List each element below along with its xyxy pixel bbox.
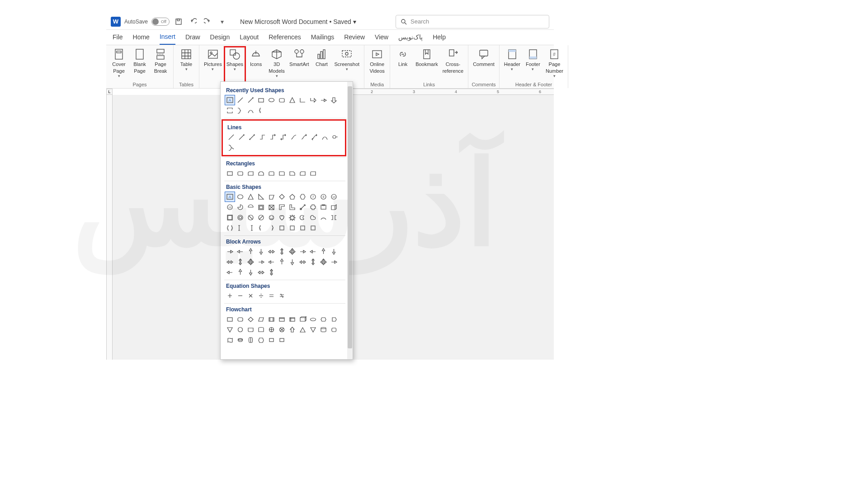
tab-پاک‌نویس[interactable]: پاک‌نویس (398, 33, 423, 44)
shape-recent-0[interactable]: A (225, 95, 235, 105)
shape-arrows-23[interactable] (236, 267, 245, 277)
shape-basic-14[interactable] (256, 202, 266, 212)
shape-arrows-1[interactable] (236, 247, 245, 256)
shape-flowchart-6[interactable] (288, 314, 297, 324)
shape-flowchart-9[interactable] (319, 314, 328, 324)
shape-rectangles-5[interactable] (277, 169, 287, 178)
blank-page-button[interactable]: BlankPage (130, 47, 150, 81)
shape-flowchart-20[interactable] (319, 325, 328, 334)
shape-flowchart-24[interactable] (246, 335, 255, 345)
shape-arrows-10[interactable] (329, 247, 339, 256)
shape-flowchart-23[interactable] (236, 335, 245, 345)
shape-recent-3[interactable] (256, 95, 266, 105)
shape-arrows-11[interactable] (225, 257, 235, 267)
shape-flowchart-22[interactable] (225, 335, 235, 345)
shape-basic-11[interactable]: 12 (225, 202, 235, 212)
search-input[interactable]: Search (396, 15, 549, 28)
shape-rectangles-0[interactable] (225, 169, 235, 178)
scrollbar[interactable] (347, 82, 353, 359)
shape-recent-4[interactable] (267, 95, 276, 105)
shape-arrows-19[interactable] (308, 257, 318, 267)
shape-arrows-15[interactable] (267, 257, 276, 267)
shape-arrows-9[interactable] (319, 247, 328, 256)
tab-file[interactable]: File (113, 33, 123, 44)
shape-rectangles-3[interactable] (256, 169, 266, 178)
tab-insert[interactable]: Insert (160, 33, 175, 45)
table-button[interactable]: Table▾ (176, 47, 196, 81)
shape-flowchart-21[interactable] (329, 325, 339, 334)
shape-basic-2[interactable] (246, 192, 255, 202)
shape-basic-37[interactable] (267, 223, 276, 233)
shape-flowchart-18[interactable] (298, 325, 307, 334)
shape-basic-10[interactable]: 10 (329, 192, 339, 202)
tab-review[interactable]: Review (344, 33, 365, 44)
tab-help[interactable]: Help (433, 33, 446, 44)
shape-basic-6[interactable] (288, 192, 297, 202)
shape-flowchart-15[interactable] (267, 325, 276, 334)
shape-arrows-17[interactable] (288, 257, 297, 267)
shape-arrows-16[interactable] (277, 257, 287, 267)
shape-rectangles-7[interactable] (298, 169, 307, 178)
shape-arrows-13[interactable] (246, 257, 255, 267)
shape-basic-28[interactable] (288, 213, 297, 222)
shape-basic-9[interactable]: 8 (319, 192, 328, 202)
shape-basic-22[interactable] (225, 213, 235, 222)
shape-recent-13[interactable] (246, 106, 255, 115)
shape-basic-19[interactable] (308, 202, 318, 212)
tab-references[interactable]: References (269, 33, 301, 44)
shape-lines-10[interactable] (330, 132, 340, 142)
shape-basic-30[interactable] (308, 213, 318, 222)
shape-basic-12[interactable] (236, 202, 245, 212)
shape-flowchart-19[interactable] (308, 325, 318, 334)
shapes-button[interactable]: Shapes▾ (225, 47, 245, 86)
shape-lines-9[interactable] (320, 132, 330, 142)
shape-basic-25[interactable] (256, 213, 266, 222)
shape-recent-12[interactable] (236, 106, 245, 115)
shape-basic-5[interactable] (277, 192, 287, 202)
shape-basic-24[interactable] (246, 213, 255, 222)
shape-basic-4[interactable] (267, 192, 276, 202)
shape-basic-27[interactable] (277, 213, 287, 222)
shape-flowchart-1[interactable] (236, 314, 245, 324)
shape-lines-1[interactable] (237, 132, 246, 142)
shape-flowchart-11[interactable] (225, 325, 235, 334)
shape-recent-8[interactable] (308, 95, 318, 105)
shape-arrows-2[interactable] (246, 247, 255, 256)
shape-equation-1[interactable] (236, 291, 245, 300)
shape-basic-35[interactable] (246, 223, 255, 233)
shape-basic-18[interactable] (298, 202, 307, 212)
shape-equation-5[interactable] (277, 291, 287, 300)
shape-flowchart-8[interactable] (308, 314, 318, 324)
shape-recent-6[interactable] (288, 95, 297, 105)
shape-flowchart-10[interactable] (329, 314, 339, 324)
header-button[interactable]: Header▾ (502, 47, 522, 81)
icons-button[interactable]: Icons (246, 47, 266, 86)
shape-basic-7[interactable] (298, 192, 307, 202)
shape-arrows-4[interactable] (267, 247, 276, 256)
screenshot-button[interactable]: Screenshot▾ (332, 47, 361, 86)
shape-basic-29[interactable] (298, 213, 307, 222)
shape-basic-17[interactable] (288, 202, 297, 212)
shape-basic-16[interactable] (277, 202, 287, 212)
shape-basic-23[interactable] (236, 213, 245, 222)
shape-basic-26[interactable] (267, 213, 276, 222)
shape-recent-1[interactable] (236, 95, 245, 105)
shape-arrows-26[interactable] (267, 267, 276, 277)
shape-arrows-5[interactable] (277, 247, 287, 256)
shape-basic-31[interactable] (319, 213, 328, 222)
customize-qat-icon[interactable]: ▾ (217, 16, 227, 27)
shape-basic-13[interactable] (246, 202, 255, 212)
tab-view[interactable]: View (375, 33, 388, 44)
shape-flowchart-26[interactable] (267, 335, 276, 345)
shape-basic-8[interactable]: 7 (308, 192, 318, 202)
link-button[interactable]: Link (393, 47, 413, 81)
tab-home[interactable]: Home (133, 33, 150, 44)
tab-design[interactable]: Design (210, 33, 230, 44)
shape-flowchart-7[interactable] (298, 314, 307, 324)
shape-rectangles-4[interactable] (267, 169, 276, 178)
shape-arrows-21[interactable] (329, 257, 339, 267)
shape-equation-2[interactable] (246, 291, 255, 300)
shape-basic-21[interactable] (329, 202, 339, 212)
shape-flowchart-0[interactable] (225, 314, 235, 324)
shape-rectangles-8[interactable] (308, 169, 318, 178)
